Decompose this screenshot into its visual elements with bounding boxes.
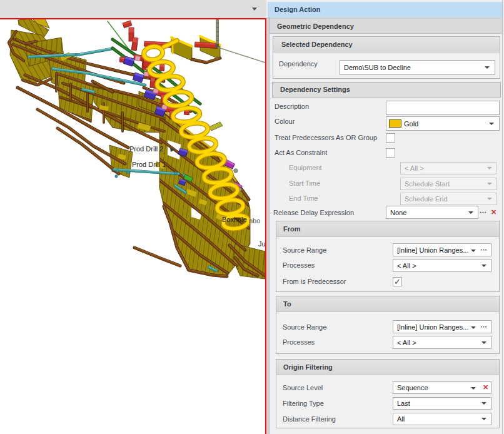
svg-text:nbo: nbo <box>249 217 260 225</box>
svg-text:Boxhole: Boxhole <box>222 216 247 223</box>
svg-text:Prod Drill 1: Prod Drill 1 <box>132 161 166 168</box>
svg-text:Ju: Ju <box>258 240 265 248</box>
svg-text:Prod Drill 2: Prod Drill 2 <box>129 145 163 153</box>
